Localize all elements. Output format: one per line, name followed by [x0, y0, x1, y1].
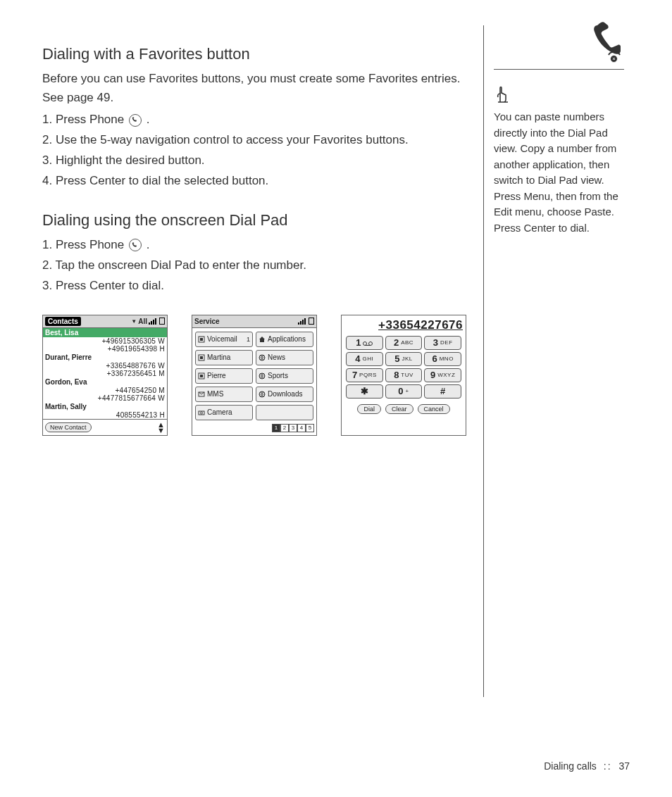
- steps-dialpad: 1. Press Phone . 2. Tap the onscreen Dia…: [42, 235, 466, 296]
- favorite-news[interactable]: News: [256, 350, 313, 365]
- favorite-label: Voicemail: [207, 335, 237, 343]
- step-1: 1. Press Phone .: [42, 110, 466, 130]
- favorite-mms[interactable]: MMS: [195, 387, 253, 402]
- favorite-pierre[interactable]: Pierre: [195, 368, 253, 384]
- dialkey-#[interactable]: #: [424, 384, 461, 398]
- dialpad-screenshot: +33654227676 12ABC3DEF4GHI5JKL6MNO7PQRS8…: [341, 315, 466, 436]
- footer-separator: ::: [604, 760, 612, 772]
- phone-dial-icon: [589, 21, 624, 63]
- battery-icon: [159, 318, 165, 325]
- favorites-page-1[interactable]: 1: [272, 424, 280, 432]
- contacts-tab[interactable]: Contacts: [45, 317, 81, 326]
- svg-point-11: [201, 412, 203, 414]
- step-3: 3. Highlight the desired button.: [42, 151, 466, 171]
- dialkey-3[interactable]: 3DEF: [424, 336, 461, 350]
- sidebar-tip-text: You can paste numbers directly into the …: [494, 109, 624, 236]
- favorite-downloads[interactable]: Downloads: [256, 387, 313, 402]
- contact-number[interactable]: +496915306305 W: [43, 337, 167, 345]
- screenshots-row: Contacts ▼ All Best, Lisa+496915306305 W…: [42, 315, 466, 436]
- battery-icon: [309, 318, 314, 325]
- svg-point-12: [363, 341, 367, 345]
- favorite-voicemail[interactable]: Voicemail1: [195, 332, 253, 347]
- signal-icon: [298, 318, 306, 325]
- footer-section: Dialing calls: [544, 760, 597, 772]
- contact-name[interactable]: Martin, Sally: [43, 402, 167, 411]
- service-title: Service: [194, 318, 220, 325]
- favorite-label: News: [268, 353, 285, 361]
- favorites-page-4[interactable]: 4: [297, 424, 306, 432]
- filter-all[interactable]: All: [138, 318, 147, 325]
- contact-name[interactable]: Best, Lisa: [43, 328, 167, 337]
- dialkey-1[interactable]: 1: [346, 336, 383, 350]
- svg-point-13: [369, 341, 373, 345]
- dialkey-0[interactable]: 0+: [385, 384, 423, 398]
- dial-button[interactable]: Dial: [357, 404, 381, 414]
- new-contact-button[interactable]: New Contact: [45, 422, 92, 432]
- heading-dialpad: Dialing using the onscreen Dial Pad: [42, 211, 466, 230]
- clear-button[interactable]: Clear: [385, 404, 413, 414]
- step-dp-1: 1. Press Phone .: [42, 235, 466, 256]
- steps-favorites: 1. Press Phone . 2. Use the 5-way naviga…: [42, 110, 466, 192]
- dialkey-✱[interactable]: ✱: [346, 384, 383, 398]
- contact-name[interactable]: Gordon, Eva: [43, 377, 167, 387]
- pointing-hand-icon: [494, 84, 511, 103]
- intro-favorites: Before you can use Favorites buttons, yo…: [42, 69, 466, 107]
- contact-number[interactable]: +33672356451 M: [43, 370, 167, 377]
- page-footer: Dialing calls :: 37: [544, 760, 630, 772]
- dialkey-2[interactable]: 2ABC: [385, 336, 423, 350]
- favorites-page-5[interactable]: 5: [306, 424, 314, 432]
- favorite-label: MMS: [207, 390, 223, 398]
- sidebar-divider: [494, 69, 624, 70]
- favorite-label: Martina: [207, 353, 230, 361]
- favorite-label: Applications: [268, 335, 306, 343]
- svg-rect-3: [200, 356, 203, 359]
- favorites-page-3[interactable]: 3: [289, 424, 297, 432]
- step-2: 2. Use the 5-way navigation control to a…: [42, 130, 466, 151]
- dialed-number: +33654227676: [342, 317, 466, 333]
- favorite-camera[interactable]: Camera: [195, 405, 253, 420]
- contact-number[interactable]: +447654250 M: [43, 387, 167, 394]
- favorite-label: Downloads: [268, 390, 302, 398]
- favorite-badge: 1: [247, 336, 250, 343]
- svg-rect-6: [200, 375, 203, 377]
- heading-favorites: Dialing with a Favorites button: [42, 45, 466, 63]
- svg-rect-1: [200, 338, 203, 341]
- contact-name[interactable]: Durant, Pierre: [43, 353, 167, 362]
- sidebar: You can paste numbers directly into the …: [483, 25, 624, 697]
- dialkey-5[interactable]: 5JKL: [385, 352, 423, 366]
- step-4: 4. Press Center to dial the selected but…: [42, 171, 466, 192]
- contact-number[interactable]: +33654887676 W: [43, 362, 167, 370]
- signal-icon: [149, 318, 156, 325]
- favorite-martina[interactable]: Martina: [195, 350, 253, 365]
- dialkey-6[interactable]: 6MNO: [424, 352, 461, 366]
- sort-arrows-icon[interactable]: ▲▼: [157, 422, 165, 433]
- cancel-button[interactable]: Cancel: [418, 404, 450, 414]
- step-dp-2: 2. Tap the onscreen Dial Pad to enter th…: [42, 256, 466, 276]
- contacts-header: Contacts ▼ All: [43, 315, 167, 328]
- main-column: Dialing with a Favorites button Before y…: [42, 25, 466, 697]
- favorite-empty: [256, 405, 313, 420]
- dialkey-4[interactable]: 4GHI: [346, 352, 383, 366]
- dialkey-8[interactable]: 8TUV: [385, 368, 423, 382]
- contact-number[interactable]: +4477815677664 W: [43, 394, 167, 402]
- service-header: Service: [192, 315, 316, 328]
- favorite-applications[interactable]: Applications: [256, 332, 313, 347]
- dialkey-7[interactable]: 7PQRS: [346, 368, 383, 382]
- dialkey-9[interactable]: 9WXYZ: [424, 368, 461, 382]
- contact-number[interactable]: +49619654398 H: [43, 345, 167, 353]
- contacts-screenshot: Contacts ▼ All Best, Lisa+496915306305 W…: [42, 315, 168, 436]
- phone-icon: [129, 239, 142, 251]
- phone-icon: [129, 114, 142, 127]
- step-dp-3: 3. Press Center to dial.: [42, 276, 466, 296]
- favorite-sports[interactable]: Sports: [256, 368, 313, 384]
- contact-number[interactable]: 4085554213 H: [43, 411, 167, 419]
- favorite-label: Pierre: [207, 372, 226, 379]
- favorite-label: Camera: [207, 408, 232, 416]
- favorite-label: Sports: [268, 372, 288, 379]
- favorites-page-2[interactable]: 2: [280, 424, 289, 432]
- voicemail-icon: [363, 337, 373, 349]
- footer-page-number: 37: [618, 760, 630, 772]
- service-screenshot: Service Voicemail1ApplicationsMartinaNew…: [192, 315, 317, 436]
